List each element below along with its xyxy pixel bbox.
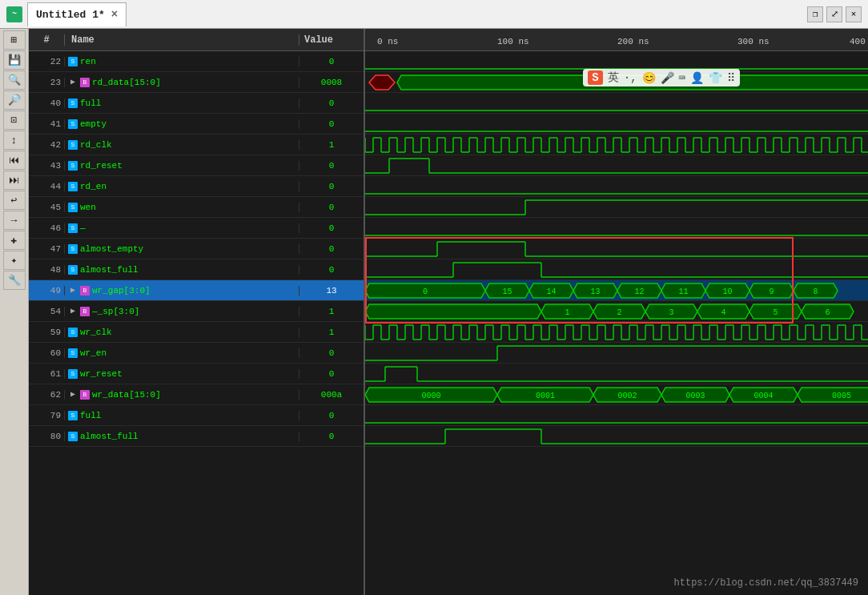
signal-row[interactable]: 44Srd_en0 xyxy=(29,176,364,197)
signal-name: Srd_reset xyxy=(65,161,299,171)
signal-type-icon: S xyxy=(68,411,78,420)
waveform-row[interactable] xyxy=(365,155,868,176)
signal-row[interactable]: 23▶Brd_data[15:0]0008 xyxy=(29,72,364,93)
waveform-row[interactable] xyxy=(365,239,868,259)
waveform-row[interactable]: 000000010002000300040005 xyxy=(365,384,868,405)
signal-row[interactable]: 40Sfull0 xyxy=(29,93,364,114)
next-button[interactable]: → xyxy=(3,211,26,230)
ime-mic-icon[interactable]: 🎤 xyxy=(661,71,674,85)
waveform-row[interactable] xyxy=(365,426,868,447)
signal-row[interactable]: 62▶Bwr_data[15:0]000a xyxy=(29,384,364,405)
title-tab[interactable]: Untitled 1* × xyxy=(27,2,127,26)
signal-type-icon: S xyxy=(68,119,78,129)
waveform-row[interactable] xyxy=(365,197,868,218)
signal-name: Srd_en xyxy=(65,182,299,191)
waveform-row[interactable] xyxy=(365,176,868,197)
signal-row[interactable]: 60Swr_en0 xyxy=(29,343,364,364)
signal-name: Salmost_full xyxy=(65,265,299,275)
signal-row[interactable]: 43Srd_reset0 xyxy=(29,155,364,176)
signal-row[interactable]: 80Salmost_full0 xyxy=(29,426,364,447)
settings-button[interactable]: 🔧 xyxy=(3,271,26,290)
signal-num: 62 xyxy=(29,390,65,400)
waveform-row[interactable] xyxy=(365,405,868,426)
signal-name: Sempty xyxy=(65,119,299,129)
waveform-row[interactable] xyxy=(365,343,868,364)
signal-type-icon: S xyxy=(68,348,78,358)
ime-s-icon[interactable]: S xyxy=(588,70,602,85)
signal-type-icon: S xyxy=(68,98,78,108)
waveform-row[interactable] xyxy=(365,364,868,384)
first-button[interactable]: ⏮ xyxy=(3,151,26,170)
zoom-out-button[interactable]: 🔎 xyxy=(3,90,26,110)
window-controls: ❐ ⤢ × xyxy=(807,6,862,22)
signal-row[interactable]: 59Swr_clk1 xyxy=(29,322,364,343)
add-button[interactable]: ✚ xyxy=(3,231,26,250)
signal-num: 54 xyxy=(29,307,65,316)
waveform-row[interactable] xyxy=(365,135,868,155)
waveform-row[interactable]: 015141312111098 xyxy=(365,280,868,301)
prev-button[interactable]: ↩ xyxy=(3,191,26,210)
signal-type-icon: B xyxy=(80,390,90,400)
expand-icon[interactable]: ▶ xyxy=(68,307,78,316)
svg-text:0: 0 xyxy=(423,287,428,296)
signal-name-text: ren xyxy=(80,57,96,66)
signal-value: 13 xyxy=(299,286,364,295)
signal-row[interactable]: 42Srd_clk1 xyxy=(29,135,364,155)
svg-text:14: 14 xyxy=(546,287,556,296)
waveform-area[interactable]: S 英 ·, 😊 🎤 ⌨ 👤 👕 ⠿ 0 ns100 ns200 ns300 n… xyxy=(365,29,868,595)
signal-row[interactable]: 41Sempty0 xyxy=(29,114,364,135)
signal-row[interactable]: 46S—0 xyxy=(29,218,364,239)
col-value-header: Value xyxy=(299,34,364,46)
expand-button[interactable]: ↕ xyxy=(3,131,26,150)
signal-type-icon: S xyxy=(68,203,78,212)
signal-num: 40 xyxy=(29,98,65,108)
close-tab-button[interactable]: × xyxy=(111,8,118,21)
signal-name: Swr_clk xyxy=(65,328,299,337)
signal-value: 0 xyxy=(299,98,364,108)
signal-type-icon: S xyxy=(68,328,78,337)
content-area: # Name Value 22Sren023▶Brd_data[15:0]000… xyxy=(29,29,868,595)
signal-row[interactable]: 48Salmost_full0 xyxy=(29,259,364,280)
time-label: 200 ns xyxy=(617,37,649,46)
expand-icon[interactable]: ▶ xyxy=(68,390,78,400)
signal-value: 0 xyxy=(299,223,364,233)
signal-row[interactable]: 45Swen0 xyxy=(29,197,364,218)
waveform-row[interactable] xyxy=(365,114,868,135)
expand-icon[interactable]: ▶ xyxy=(68,286,78,295)
signal-name-text: almost_full xyxy=(80,265,139,275)
waveform-row[interactable]: 123456 xyxy=(365,301,868,322)
signal-row[interactable]: 54▶B—_sp[3:0]1 xyxy=(29,301,364,322)
signal-type-icon: B xyxy=(80,307,90,316)
ime-user-icon[interactable]: 👤 xyxy=(690,71,704,85)
ime-shirt-icon[interactable]: 👕 xyxy=(709,71,722,85)
zoom-in-button[interactable]: 🔍 xyxy=(3,70,26,90)
restore-button[interactable]: ❐ xyxy=(807,6,823,22)
signal-row[interactable]: 61Swr_reset0 xyxy=(29,364,364,384)
waveform-row[interactable] xyxy=(365,259,868,280)
fit-button[interactable]: ⊡ xyxy=(3,111,26,130)
ime-emoji-icon[interactable]: 😊 xyxy=(642,71,656,85)
signal-row[interactable]: 47Salmost_empty0 xyxy=(29,239,364,259)
svg-text:15: 15 xyxy=(502,287,512,296)
expand-icon[interactable]: ▶ xyxy=(68,78,78,87)
signal-num: 44 xyxy=(29,182,65,191)
cursor-button[interactable]: ✦ xyxy=(3,251,26,270)
zoom-fit-button[interactable]: ⊞ xyxy=(3,30,26,50)
ime-grid-icon[interactable]: ⠿ xyxy=(727,71,735,85)
ime-eng-icon[interactable]: 英 xyxy=(608,70,619,85)
waveform-row[interactable] xyxy=(365,322,868,343)
signal-name: Swr_en xyxy=(65,348,299,358)
signal-row[interactable]: 22Sren0 xyxy=(29,51,364,72)
waveform-row[interactable] xyxy=(365,93,868,114)
last-button[interactable]: ⏭ xyxy=(3,171,26,190)
waveform-row[interactable] xyxy=(365,218,868,239)
signal-row[interactable]: 79Sfull0 xyxy=(29,405,364,426)
signal-row[interactable]: 49▶Bwr_gap[3:0]13 xyxy=(29,280,364,301)
ime-keyboard-icon[interactable]: ⌨ xyxy=(679,71,685,85)
close-window-button[interactable]: × xyxy=(846,6,862,22)
signal-num: 61 xyxy=(29,369,65,379)
ime-punct-icon[interactable]: ·, xyxy=(624,71,637,84)
signal-table-container: # Name Value 22Sren023▶Brd_data[15:0]000… xyxy=(29,29,868,595)
maximize-button[interactable]: ⤢ xyxy=(826,6,842,22)
save-button[interactable]: 💾 xyxy=(3,50,26,70)
